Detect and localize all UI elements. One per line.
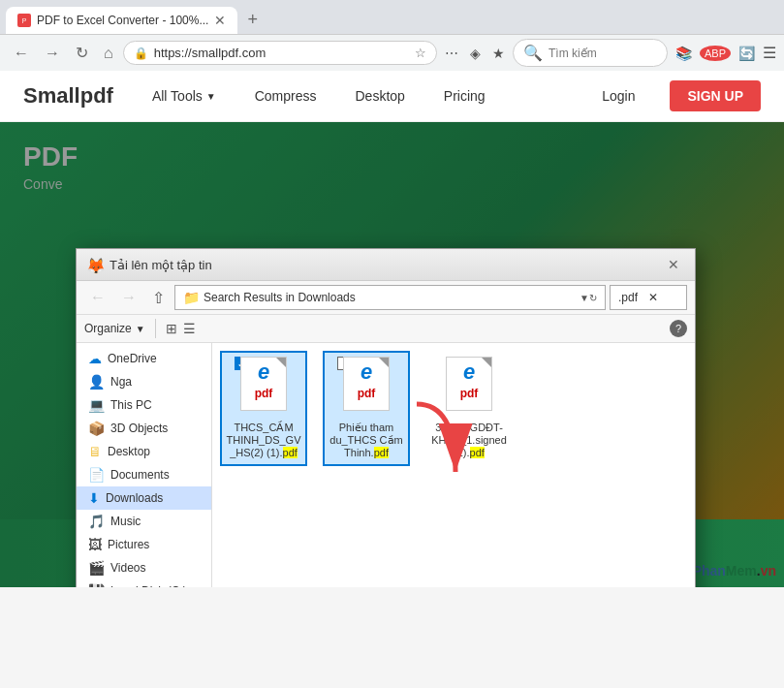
downloads-icon: ⬇ <box>88 490 100 506</box>
tab-title: PDF to Excel Converter - 100%... <box>37 14 208 27</box>
address-bar-icons: ☆ <box>415 46 426 60</box>
sidebar-item-videos[interactable]: 🎬 Videos <box>77 556 211 579</box>
dialog-close-button[interactable]: ✕ <box>662 255 685 274</box>
sidebar-item-nga[interactable]: 👤 Nga <box>77 370 211 393</box>
onedrive-icon: ☁ <box>88 351 102 366</box>
documents-icon: 📄 <box>88 467 105 483</box>
nav-forward-button[interactable]: → <box>115 287 142 308</box>
red-arrow <box>397 394 475 495</box>
file-name-2: Phiếu tham du_THCS Cầm Thinh.pdf <box>329 422 404 460</box>
file-icon-wrapper-2: e pdf <box>337 357 395 420</box>
lock-icon: 🔒 <box>134 47 148 60</box>
sidebar-item-localc[interactable]: 💾 Local Disk (C:) <box>77 579 211 587</box>
dialog-firefox-icon: 🦊 <box>86 257 102 272</box>
site-header: Smallpdf All Tools ▼ Compress Desktop Pr… <box>0 71 784 122</box>
clear-filter-button[interactable]: ✕ <box>648 291 678 304</box>
file-dialog: 🦊 Tải lên một tập tin ✕ ← → ⇧ 📁 Search R… <box>76 248 696 587</box>
svg-text:P: P <box>22 17 27 24</box>
sidebar-item-downloads[interactable]: ⬇ Downloads <box>77 486 211 510</box>
pocket-icon[interactable]: ◈ <box>466 42 485 65</box>
signup-button[interactable]: SIGN UP <box>670 80 761 111</box>
bookmark-star-icon[interactable]: ☆ <box>415 46 426 60</box>
site-logo: Smallpdf <box>23 83 113 109</box>
computer-icon: 💻 <box>88 397 105 413</box>
chevron-down-icon: ▼ <box>206 91 216 102</box>
sync-icon[interactable]: 🔄 <box>735 42 759 65</box>
view-list-button[interactable]: ☰ <box>183 321 196 336</box>
url-text: https://smallpdf.com <box>154 46 409 60</box>
file-icon-2: e pdf <box>342 357 391 410</box>
path-filter-box[interactable]: .pdf ✕ <box>610 285 687 310</box>
dialog-sidebar: ☁ OneDrive 👤 Nga 💻 This PC 📦 3D Objects <box>77 343 212 587</box>
chevron-down-icon: ▼ <box>580 293 589 303</box>
new-tab-button[interactable]: + <box>239 6 266 34</box>
extensions-icon[interactable]: ⋯ <box>441 42 462 65</box>
videos-icon: 🎬 <box>88 560 105 576</box>
dialog-nav: ← → ⇧ 📁 Search Results in Downloads ▼ ↻ … <box>77 281 695 315</box>
address-bar[interactable]: 🔒 https://smallpdf.com ☆ <box>123 41 437 65</box>
nav-compress[interactable]: Compress <box>245 82 327 109</box>
nav-pricing[interactable]: Pricing <box>434 82 495 109</box>
user-icon: 👤 <box>88 374 105 390</box>
sidebar-item-thispc[interactable]: 💻 This PC <box>77 393 211 417</box>
pictures-icon: 🖼 <box>88 537 102 552</box>
bookmarks-icon[interactable]: 📚 <box>672 42 696 65</box>
sidebar-item-3dobjects[interactable]: 📦 3D Objects <box>77 417 211 440</box>
page-body: PDF Conve CHOOSE FILE FROM GOOGLE DRIVE … <box>0 122 784 587</box>
nav-up-button[interactable]: ⇧ <box>146 287 171 309</box>
breadcrumb-bar[interactable]: 📁 Search Results in Downloads ▼ ↻ <box>174 285 606 310</box>
right-toolbar-icons: 📚 ABP 🔄 ☰ <box>672 42 776 65</box>
sidebar-item-desktop[interactable]: 🖥 Desktop <box>77 440 211 463</box>
chevron-down-icon: ▼ <box>136 324 145 334</box>
dialog-title: Tải lên một tập tin <box>110 258 654 272</box>
nav-desktop[interactable]: Desktop <box>346 82 415 109</box>
search-input[interactable] <box>549 47 657 60</box>
menu-button[interactable]: ☰ <box>763 44 776 62</box>
forward-button[interactable]: → <box>39 41 66 66</box>
login-button[interactable]: Login <box>586 82 650 109</box>
nav-alltools[interactable]: All Tools ▼ <box>142 82 226 109</box>
browser-toolbar: ← → ↻ ⌂ 🔒 https://smallpdf.com ☆ ⋯ ◈ ★ 🔍… <box>0 34 784 71</box>
tab-bar: P PDF to Excel Converter - 100%... ✕ + <box>0 0 784 34</box>
refresh-button[interactable]: ↻ <box>589 293 597 303</box>
toolbar-separator <box>155 319 156 338</box>
search-icon: 🔍 <box>523 44 543 62</box>
nav-back-button[interactable]: ← <box>84 287 111 308</box>
sidebar-item-music[interactable]: 🎵 Music <box>77 510 211 533</box>
help-button[interactable]: ? <box>670 320 687 337</box>
view-toggle-button[interactable]: ⊞ <box>166 321 177 336</box>
reader-icon[interactable]: ★ <box>488 42 509 65</box>
sidebar-item-pictures[interactable]: 🖼 Pictures <box>77 533 211 556</box>
reload-button[interactable]: ↻ <box>70 40 94 66</box>
sidebar-item-documents[interactable]: 📄 Documents <box>77 463 211 486</box>
page-content: Smallpdf All Tools ▼ Compress Desktop Pr… <box>0 71 784 587</box>
dialog-body: ☁ OneDrive 👤 Nga 💻 This PC 📦 3D Objects <box>77 343 695 587</box>
search-box[interactable]: 🔍 <box>513 39 668 67</box>
sidebar-item-onedrive[interactable]: ☁ OneDrive <box>77 347 211 370</box>
organize-button[interactable]: Organize ▼ <box>84 322 145 335</box>
desktop-icon: 🖥 <box>88 444 102 459</box>
home-button[interactable]: ⌂ <box>98 41 119 66</box>
folder-icon: 📁 <box>183 290 200 305</box>
tab-close-button[interactable]: ✕ <box>214 13 226 28</box>
tab-favicon: P <box>17 14 31 27</box>
breadcrumb-text: Search Results in Downloads <box>204 291 576 304</box>
folder-3d-icon: 📦 <box>88 421 105 436</box>
dialog-toolbar: Organize ▼ ⊞ ☰ ? <box>77 315 695 343</box>
path-filter-text: .pdf <box>618 291 648 304</box>
file-name-1: THCS_CẦM THINH_DS_GV_HS(2) (1).pdf <box>226 422 301 460</box>
toolbar-icons: ⋯ ◈ ★ <box>441 42 509 65</box>
back-button[interactable]: ← <box>8 41 35 66</box>
dialog-titlebar: 🦊 Tải lên một tập tin ✕ <box>77 249 695 281</box>
file-icon-wrapper-1: e pdf <box>235 357 293 420</box>
music-icon: 🎵 <box>88 514 105 529</box>
file-icon-1: e pdf <box>239 357 288 410</box>
adblock-icon[interactable]: ABP <box>700 46 731 61</box>
disk-c-icon: 💾 <box>88 583 105 587</box>
active-tab[interactable]: P PDF to Excel Converter - 100%... ✕ <box>6 7 237 34</box>
file-item-1[interactable]: e pdf THCS_CẦM THINH_DS_GV_HS(2) (1).pdf <box>220 351 307 466</box>
